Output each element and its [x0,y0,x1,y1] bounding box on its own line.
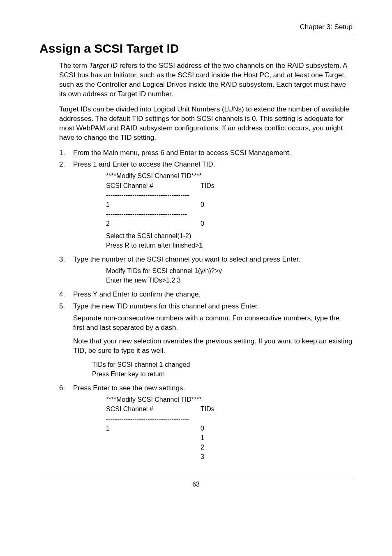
step-1-text: From the Main menu, press 6 and Enter to… [73,148,353,158]
step-4-num: 4. [59,290,73,299]
s6-row1-tid: 0 [201,424,225,433]
intro-para-2: Target IDs can be divided into Logical U… [59,105,353,143]
s2-row1-ch: 1 [106,200,201,209]
s2-row2-tid: 0 [201,219,225,228]
s6-row1-ch: 1 [106,424,201,433]
step-6-output: ****Modify SCSI Channel TID**** SCSI Cha… [106,395,353,461]
step-5: 5. Type the new TID numbers for this cha… [59,302,353,381]
step-4-text: Press Y and Enter to confirm the change. [73,290,353,299]
step-2-num: 2. [59,160,73,252]
step-5-text: Type the new TID numbers for this channe… [73,302,353,311]
intro-p1a: The term [59,62,89,70]
step-5-num: 5. [59,302,73,381]
step-3-output: Modify TIDs for SCSI channel 1(y/n)?>y E… [106,266,353,285]
step-2: 2. Press 1 and Enter to access the Chann… [59,160,353,252]
step-1: 1. From the Main menu, press 6 and Enter… [59,148,353,158]
s6-row2-tid: 1 [201,433,225,442]
step-6-num: 6. [59,384,73,464]
s2-line1: ****Modify SCSI Channel TID**** [106,171,353,181]
footer-rule [39,478,353,478]
page-number: 63 [39,481,353,488]
intro-p1-italic: Target ID [89,62,118,70]
header-rule [39,34,353,34]
s6-rule: -------------------------------------- [106,414,353,424]
s2-row1-tid: 0 [201,200,225,209]
step-2-text: Press 1 and Enter to access the Channel … [73,160,353,169]
s6-col-channel: SCSI Channel # [106,404,201,414]
s6-col-tids: TIDs [201,404,225,414]
s5-line2: Press Enter key to return [92,369,353,379]
s2-col-tids: TIDs [201,181,225,190]
s6-row4-blank [106,452,201,461]
s6-row4-tid: 3 [201,452,225,461]
s2-press: Press R to return after finished> [106,242,199,249]
s2-rule1: -------------------------------------- [106,190,353,200]
step-1-num: 1. [59,148,73,158]
s5-line1: TIDs for SCSI channel 1 changed [92,360,353,369]
intro-para-1: The term Target ID refers to the SCSI ad… [59,61,353,99]
step-5-sub2: Note that your new selection overrides t… [73,337,353,356]
page: Chapter 3: Setup Assign a SCSI Target ID… [0,0,392,556]
body: The term Target ID refers to the SCSI ad… [59,61,353,464]
s6-row3-tid: 2 [201,442,225,452]
s2-col-channel: SCSI Channel # [106,181,201,190]
step-3-text: Type the number of the SCSI channel you … [73,255,353,264]
page-title: Assign a SCSI Target ID [39,42,353,56]
step-3-num: 3. [59,255,73,287]
s2-press-input: 1 [199,242,203,249]
step-5-sub1: Separate non-consecutive numbers with a … [73,314,353,333]
step-4: 4. Press Y and Enter to confirm the chan… [59,290,353,299]
s6-line1: ****Modify SCSI Channel TID**** [106,395,353,404]
chapter-header: Chapter 3: Setup [39,23,353,31]
s2-select: Select the SCSI channel(1-2) [106,231,353,241]
s3-line2: Enter the new TIDs>1,2,3 [106,276,353,285]
s6-row3-blank [106,442,201,452]
step-3: 3. Type the number of the SCSI channel y… [59,255,353,287]
s6-row2-blank [106,433,201,442]
s2-rule2: ------------------------------------- [106,209,353,219]
s3-line1: Modify TIDs for SCSI channel 1(y/n)?>y [106,266,353,276]
step-2-output: ****Modify SCSI Channel TID**** SCSI Cha… [106,171,353,250]
steps-list: 1. From the Main menu, press 6 and Enter… [59,148,353,464]
step-5-output: TIDs for SCSI channel 1 changed Press En… [92,360,353,379]
s2-row2-ch: 2 [106,219,201,228]
step-6: 6. Press Enter to see the new settings. … [59,384,353,464]
step-6-text: Press Enter to see the new settings. [73,384,353,393]
